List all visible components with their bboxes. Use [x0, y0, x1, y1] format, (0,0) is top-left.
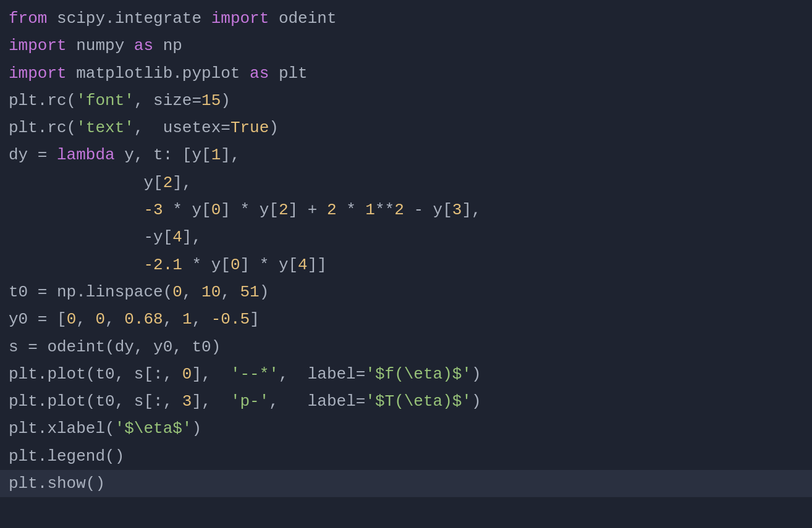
code-line-line15: plt.plot(t0, s[:, 3], 'p-', label='$T(\e…	[0, 388, 812, 415]
code-line-line18: plt.show()	[0, 470, 812, 497]
code-token: '$f(\eta)$'	[365, 362, 472, 387]
code-token: y[	[9, 170, 163, 195]
code-token: , usetex=	[134, 115, 230, 140]
code-line-line1: from scipy.integrate import odeint	[0, 5, 812, 32]
code-token: ],	[221, 143, 240, 167]
code-token: )	[260, 280, 269, 304]
code-token: ,	[192, 307, 211, 332]
code-token: as	[250, 61, 269, 86]
code-token: ,	[221, 280, 240, 304]
code-token: from	[9, 6, 47, 31]
code-token: 2	[163, 170, 173, 195]
code-token: -0.5	[211, 307, 250, 332]
code-token: plt.rc(	[9, 115, 76, 140]
code-token: s = odeint(dy, y0, t0)	[9, 335, 221, 359]
code-line-line12: y0 = [0, 0, 0.68, 1, -0.5]	[0, 306, 812, 333]
code-token: 0	[95, 307, 105, 332]
code-token: )	[269, 115, 279, 140]
code-token: *	[337, 198, 366, 222]
code-token: plt.xlabel(	[9, 416, 115, 441]
code-token: ,	[105, 307, 124, 332]
code-line-line14: plt.plot(t0, s[:, 0], '--*', label='$f(\…	[0, 361, 812, 388]
code-token: ]	[250, 307, 260, 332]
code-line-line11: t0 = np.linspace(0, 10, 51)	[0, 279, 812, 306]
code-token: plt	[269, 61, 307, 86]
code-token: , size=	[134, 88, 201, 113]
code-token: 'p-'	[230, 389, 269, 414]
code-line-line7: y[2],	[0, 169, 812, 196]
code-token: ],	[182, 225, 201, 249]
code-line-line10: -2.1 * y[0] * y[4]]	[0, 251, 812, 279]
code-token: * y[	[163, 198, 211, 222]
code-token: ,	[76, 307, 95, 332]
code-line-line8: -3 * y[0] * y[2] + 2 * 1**2 - y[3],	[0, 196, 812, 224]
code-token: -y[	[9, 225, 172, 249]
code-token: 4	[172, 225, 182, 249]
code-token: -3	[143, 198, 163, 222]
code-token: y, t: [y[	[115, 143, 211, 167]
code-token: 'font'	[76, 88, 134, 113]
code-token: 1	[365, 198, 375, 222]
code-token: '$T(\eta)$'	[365, 389, 472, 414]
code-token: 1	[182, 307, 192, 332]
code-token: ]]	[308, 253, 327, 277]
code-token: 51	[240, 280, 260, 304]
code-token: as	[134, 33, 153, 58]
code-token: - y[	[404, 198, 452, 222]
code-token: ] * y[	[221, 198, 279, 222]
code-token: * y[	[182, 253, 230, 277]
code-token: 2	[279, 198, 289, 222]
code-token: , label=	[269, 389, 365, 414]
code-token: 4	[298, 253, 308, 277]
code-token: import	[211, 6, 269, 31]
code-token: )	[472, 389, 481, 414]
code-token: )	[472, 362, 481, 387]
code-token: )	[192, 416, 201, 441]
code-line-line16: plt.xlabel('$\eta$')	[0, 415, 812, 442]
code-line-line13: s = odeint(dy, y0, t0)	[0, 333, 812, 361]
code-token: matplotlib.pyplot	[67, 61, 250, 86]
code-token: odeint	[269, 6, 336, 31]
code-token: ,	[163, 307, 182, 332]
code-token: 2	[394, 198, 404, 222]
code-token: import	[9, 33, 67, 58]
code-token: plt.rc(	[9, 88, 76, 113]
code-token: )	[221, 88, 230, 113]
code-token: 0	[230, 253, 240, 277]
code-token: dy =	[9, 143, 57, 167]
code-token	[9, 198, 143, 222]
code-token: 2	[327, 198, 337, 222]
code-line-line4: plt.rc('font', size=15)	[0, 87, 812, 114]
code-token: '--*'	[230, 362, 279, 387]
code-line-line5: plt.rc('text', usetex=True)	[0, 114, 812, 141]
code-token: 0.68	[124, 307, 163, 332]
code-token: ],	[462, 198, 481, 222]
code-token: 0	[172, 280, 182, 304]
code-line-line9: -y[4],	[0, 224, 812, 251]
code-token: numpy	[67, 33, 134, 58]
code-token: 0	[211, 198, 221, 222]
code-token: 1	[211, 143, 221, 167]
code-token: plt.plot(t0, s[:,	[9, 389, 182, 414]
code-token: plt.legend()	[9, 444, 124, 469]
code-line-line6: dy = lambda y, t: [y[1],	[0, 141, 812, 169]
code-token: , label=	[279, 362, 365, 387]
code-line-line17: plt.legend()	[0, 443, 812, 470]
code-token: 10	[201, 280, 221, 304]
code-line-line2: import numpy as np	[0, 32, 812, 59]
code-token: 'text'	[76, 115, 134, 140]
code-token: lambda	[57, 143, 115, 167]
code-token: t0 = np.linspace(	[9, 280, 172, 304]
code-token: 3	[182, 389, 192, 414]
code-token: import	[9, 61, 67, 86]
code-token: plt.plot(t0, s[:,	[9, 362, 182, 387]
code-token: 0	[67, 307, 77, 332]
code-token: 15	[201, 88, 221, 113]
code-token	[9, 253, 143, 277]
code-token: plt.show()	[9, 471, 105, 496]
code-token: ] * y[	[240, 253, 298, 277]
code-token: 3	[452, 198, 462, 222]
code-token: ,	[182, 280, 201, 304]
code-token: True	[230, 115, 269, 140]
code-token: -2.1	[143, 253, 182, 277]
